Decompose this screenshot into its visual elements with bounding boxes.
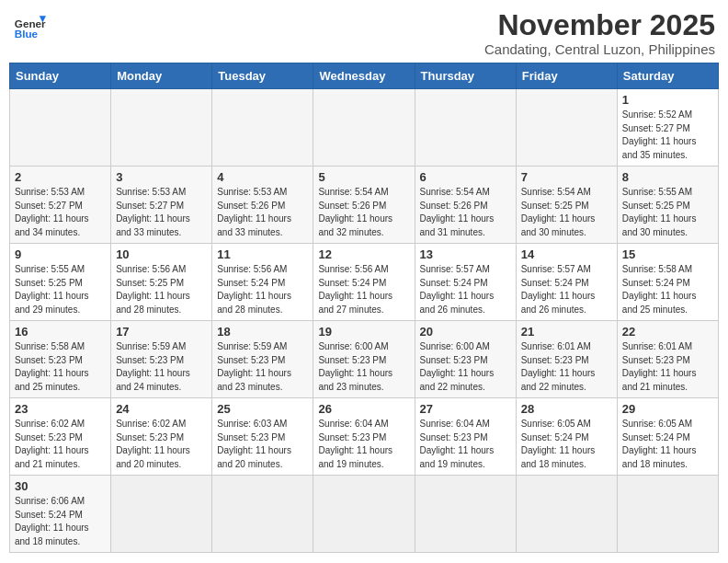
day-number: 25 xyxy=(217,402,308,416)
day-info: Sunrise: 6:00 AM Sunset: 5:23 PM Dayligh… xyxy=(420,340,511,394)
day-number: 14 xyxy=(521,247,612,261)
day-info: Sunrise: 5:54 AM Sunset: 5:26 PM Dayligh… xyxy=(318,186,409,239)
calendar-table: SundayMondayTuesdayWednesdayThursdayFrid… xyxy=(9,63,719,553)
calendar-cell xyxy=(415,89,516,167)
calendar-cell: 24Sunrise: 6:02 AM Sunset: 5:23 PM Dayli… xyxy=(111,398,212,476)
calendar-cell: 21Sunrise: 6:01 AM Sunset: 5:23 PM Dayli… xyxy=(516,321,617,398)
header: General Blue November 2025 Candating, Ce… xyxy=(9,9,719,57)
day-number: 20 xyxy=(420,325,511,339)
calendar-week-row: 2Sunrise: 5:53 AM Sunset: 5:27 PM Daylig… xyxy=(10,167,719,244)
calendar-week-row: 30Sunrise: 6:06 AM Sunset: 5:24 PM Dayli… xyxy=(10,476,719,553)
calendar-cell: 14Sunrise: 5:57 AM Sunset: 5:24 PM Dayli… xyxy=(516,244,617,321)
day-info: Sunrise: 5:53 AM Sunset: 5:27 PM Dayligh… xyxy=(116,186,207,239)
day-number: 5 xyxy=(318,170,409,184)
calendar-cell: 29Sunrise: 6:05 AM Sunset: 5:24 PM Dayli… xyxy=(617,398,718,476)
day-number: 4 xyxy=(217,170,308,184)
calendar-week-row: 16Sunrise: 5:58 AM Sunset: 5:23 PM Dayli… xyxy=(10,321,719,398)
calendar-cell: 9Sunrise: 5:55 AM Sunset: 5:25 PM Daylig… xyxy=(10,244,111,321)
calendar-cell xyxy=(617,476,718,553)
day-number: 2 xyxy=(15,170,106,184)
day-number: 1 xyxy=(622,93,713,107)
day-number: 8 xyxy=(622,170,713,184)
day-info: Sunrise: 5:58 AM Sunset: 5:24 PM Dayligh… xyxy=(622,263,713,316)
day-info: Sunrise: 5:56 AM Sunset: 5:24 PM Dayligh… xyxy=(318,263,409,316)
day-header-monday: Monday xyxy=(111,63,212,89)
day-header-friday: Friday xyxy=(516,63,617,89)
day-info: Sunrise: 5:53 AM Sunset: 5:27 PM Dayligh… xyxy=(15,186,106,239)
day-info: Sunrise: 5:57 AM Sunset: 5:24 PM Dayligh… xyxy=(521,263,612,316)
day-number: 10 xyxy=(116,247,207,261)
calendar-cell: 16Sunrise: 5:58 AM Sunset: 5:23 PM Dayli… xyxy=(10,321,111,398)
calendar-cell: 26Sunrise: 6:04 AM Sunset: 5:23 PM Dayli… xyxy=(313,398,415,476)
day-info: Sunrise: 6:02 AM Sunset: 5:23 PM Dayligh… xyxy=(116,418,207,471)
calendar-cell: 15Sunrise: 5:58 AM Sunset: 5:24 PM Dayli… xyxy=(617,244,718,321)
logo-icon: General Blue xyxy=(13,9,46,42)
day-header-thursday: Thursday xyxy=(415,63,516,89)
day-number: 13 xyxy=(420,247,511,261)
logo: General Blue xyxy=(13,9,46,42)
calendar-cell: 11Sunrise: 5:56 AM Sunset: 5:24 PM Dayli… xyxy=(212,244,313,321)
day-info: Sunrise: 5:52 AM Sunset: 5:27 PM Dayligh… xyxy=(622,109,713,162)
day-number: 12 xyxy=(318,247,409,261)
day-number: 26 xyxy=(318,402,409,416)
calendar-cell: 23Sunrise: 6:02 AM Sunset: 5:23 PM Dayli… xyxy=(10,398,111,476)
day-number: 17 xyxy=(116,325,207,339)
day-number: 11 xyxy=(217,247,308,261)
calendar-cell: 1Sunrise: 5:52 AM Sunset: 5:27 PM Daylig… xyxy=(617,89,718,167)
day-header-tuesday: Tuesday xyxy=(212,63,313,89)
day-info: Sunrise: 6:06 AM Sunset: 5:24 PM Dayligh… xyxy=(15,495,106,548)
calendar-cell xyxy=(10,89,111,167)
svg-text:Blue: Blue xyxy=(15,28,39,40)
day-number: 24 xyxy=(116,402,207,416)
calendar-cell: 6Sunrise: 5:54 AM Sunset: 5:26 PM Daylig… xyxy=(415,167,516,244)
calendar-cell xyxy=(111,476,212,553)
calendar-week-row: 1Sunrise: 5:52 AM Sunset: 5:27 PM Daylig… xyxy=(10,89,719,167)
location-title: Candating, Central Luzon, Philippines xyxy=(484,41,715,57)
calendar-cell xyxy=(212,476,313,553)
day-number: 3 xyxy=(116,170,207,184)
day-number: 15 xyxy=(622,247,713,261)
day-info: Sunrise: 5:53 AM Sunset: 5:26 PM Dayligh… xyxy=(217,186,308,239)
calendar-cell: 7Sunrise: 5:54 AM Sunset: 5:25 PM Daylig… xyxy=(516,167,617,244)
day-number: 7 xyxy=(521,170,612,184)
day-info: Sunrise: 5:54 AM Sunset: 5:25 PM Dayligh… xyxy=(521,186,612,239)
day-info: Sunrise: 5:54 AM Sunset: 5:26 PM Dayligh… xyxy=(420,186,511,239)
day-info: Sunrise: 6:04 AM Sunset: 5:23 PM Dayligh… xyxy=(318,418,409,471)
day-number: 18 xyxy=(217,325,308,339)
day-number: 30 xyxy=(15,479,106,493)
calendar-cell: 18Sunrise: 5:59 AM Sunset: 5:23 PM Dayli… xyxy=(212,321,313,398)
day-info: Sunrise: 6:03 AM Sunset: 5:23 PM Dayligh… xyxy=(217,418,308,471)
calendar-cell xyxy=(212,89,313,167)
day-headers: SundayMondayTuesdayWednesdayThursdayFrid… xyxy=(10,63,719,89)
day-number: 23 xyxy=(15,402,106,416)
calendar-cell: 27Sunrise: 6:04 AM Sunset: 5:23 PM Dayli… xyxy=(415,398,516,476)
day-info: Sunrise: 5:56 AM Sunset: 5:25 PM Dayligh… xyxy=(116,263,207,316)
day-header-sunday: Sunday xyxy=(10,63,111,89)
calendar-cell xyxy=(516,476,617,553)
calendar-cell: 4Sunrise: 5:53 AM Sunset: 5:26 PM Daylig… xyxy=(212,167,313,244)
calendar-cell: 30Sunrise: 6:06 AM Sunset: 5:24 PM Dayli… xyxy=(10,476,111,553)
day-number: 9 xyxy=(15,247,106,261)
day-info: Sunrise: 6:05 AM Sunset: 5:24 PM Dayligh… xyxy=(521,418,612,471)
day-info: Sunrise: 5:58 AM Sunset: 5:23 PM Dayligh… xyxy=(15,340,106,394)
day-number: 22 xyxy=(622,325,713,339)
calendar-cell: 28Sunrise: 6:05 AM Sunset: 5:24 PM Dayli… xyxy=(516,398,617,476)
calendar-cell: 19Sunrise: 6:00 AM Sunset: 5:23 PM Dayli… xyxy=(313,321,415,398)
calendar-cell xyxy=(415,476,516,553)
day-info: Sunrise: 5:59 AM Sunset: 5:23 PM Dayligh… xyxy=(217,340,308,394)
calendar-cell: 22Sunrise: 6:01 AM Sunset: 5:23 PM Dayli… xyxy=(617,321,718,398)
day-number: 16 xyxy=(15,325,106,339)
day-number: 29 xyxy=(622,402,713,416)
calendar-cell: 5Sunrise: 5:54 AM Sunset: 5:26 PM Daylig… xyxy=(313,167,415,244)
day-number: 28 xyxy=(521,402,612,416)
calendar-cell xyxy=(313,476,415,553)
calendar-cell xyxy=(516,89,617,167)
day-number: 27 xyxy=(420,402,511,416)
day-info: Sunrise: 6:02 AM Sunset: 5:23 PM Dayligh… xyxy=(15,418,106,471)
calendar-week-row: 23Sunrise: 6:02 AM Sunset: 5:23 PM Dayli… xyxy=(10,398,719,476)
calendar-cell: 10Sunrise: 5:56 AM Sunset: 5:25 PM Dayli… xyxy=(111,244,212,321)
calendar-cell: 25Sunrise: 6:03 AM Sunset: 5:23 PM Dayli… xyxy=(212,398,313,476)
calendar-cell: 2Sunrise: 5:53 AM Sunset: 5:27 PM Daylig… xyxy=(10,167,111,244)
calendar-cell: 12Sunrise: 5:56 AM Sunset: 5:24 PM Dayli… xyxy=(313,244,415,321)
calendar-cell xyxy=(111,89,212,167)
